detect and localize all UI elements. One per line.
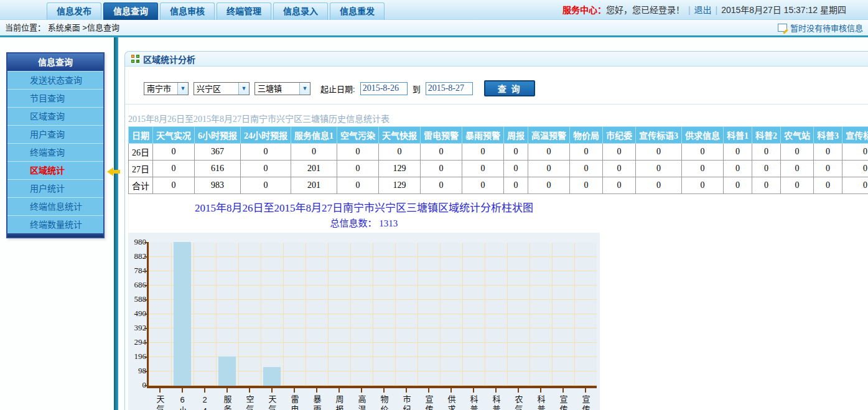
x-axis-slot: 24小时预报: [194, 388, 216, 410]
table-header-cell: 高温预警: [528, 127, 570, 144]
table-cell: 0: [636, 177, 682, 194]
table-header-cell: 科普2: [752, 127, 781, 144]
district-select-value: 兴宁区: [194, 83, 238, 95]
table-cell: 0: [752, 161, 781, 177]
table-cell: 0: [291, 144, 337, 161]
table-header-cell: 日期: [129, 127, 153, 144]
table-header-cell: 天气实况: [153, 127, 195, 144]
table-cell: 0: [379, 144, 421, 161]
nav-tab[interactable]: 信息审核: [160, 2, 215, 20]
nav-tab[interactable]: 终端管理: [217, 2, 271, 20]
x-axis-category-label: 6小时预报: [178, 395, 187, 410]
x-axis-slot: 雷电预警: [283, 388, 306, 410]
x-axis-slot: 天气实况: [149, 388, 171, 410]
x-axis-slot: 科普2: [485, 388, 507, 410]
y-axis-tick: [144, 328, 149, 329]
x-axis-slot: 供求信息: [440, 388, 462, 410]
top-nav-bar: 信息发布信息查询信息审核终端管理信息录入信息重发 服务中心：您好，您已经登录！|…: [0, 0, 868, 20]
nav-tab-label: 信息发布: [57, 6, 91, 16]
table-header-cell: 周报: [504, 127, 528, 144]
x-axis-slot: 科普1: [462, 388, 485, 410]
breadcrumb-label: 当前位置：: [5, 23, 45, 32]
sidebar-item[interactable]: 用户统计: [7, 179, 103, 197]
x-axis-category-label: 天气快报: [268, 395, 277, 410]
logout-link[interactable]: 退出: [694, 5, 712, 15]
table-cell: 0: [724, 177, 752, 194]
city-select[interactable]: 南宁市 ▼: [144, 82, 189, 95]
sidebar-item[interactable]: 终端查询: [7, 143, 103, 161]
x-axis-category-label: 宣传标语3: [424, 395, 434, 410]
table-cell: 0: [682, 144, 724, 161]
sidebar-item[interactable]: 终端信息统计: [7, 197, 103, 215]
sidebar-item[interactable]: 节目查询: [7, 89, 103, 107]
bar-slot: [171, 242, 194, 386]
nav-tab-label: 信息录入: [283, 6, 318, 16]
breadcrumb-current[interactable]: 信息查询: [87, 23, 119, 32]
nav-tab[interactable]: 信息发布: [47, 2, 101, 20]
district-select[interactable]: 兴宁区 ▼: [194, 82, 250, 95]
date-to-input[interactable]: [426, 82, 473, 95]
sidebar-item[interactable]: 区域统计: [7, 161, 103, 179]
table-header-cell: 雷电预警: [421, 127, 462, 144]
chart-subtitle: 总信息数： 1313: [128, 216, 600, 229]
table-header-cell: 宣传标语1: [842, 127, 868, 144]
bar: [174, 242, 191, 386]
date-from-input[interactable]: [360, 82, 408, 95]
sidebar-item[interactable]: 区域查询: [7, 107, 103, 125]
filter-toolbar: 南宁市 ▼ 兴宁区 ▼ 三塘镇 ▼ 起止日期: 到 查 询: [125, 67, 868, 105]
table-cell: 201: [291, 177, 337, 194]
breadcrumb-bar: 当前位置： 系统桌面 >信息查询 暂时没有待审核信息: [0, 20, 868, 35]
separator: |: [716, 5, 718, 15]
table-cell: 0: [337, 161, 379, 177]
table-cell: 0: [814, 177, 842, 194]
table-cell: 0: [421, 144, 462, 161]
sidebar-collapse-arrow-icon[interactable]: [107, 167, 121, 176]
login-greeting: 您好，您已经登录！: [606, 5, 684, 15]
table-cell: 0: [462, 144, 504, 161]
sidebar-item[interactable]: 终端数量统计: [7, 215, 103, 233]
x-axis-category-label: 市纪委: [402, 395, 411, 410]
nav-tab[interactable]: 信息重发: [330, 2, 385, 20]
x-axis-tick: [294, 388, 295, 393]
nav-tab[interactable]: 信息查询: [103, 2, 158, 20]
sidebar-menu: 信息查询 发送状态查询节目查询区域查询用户查询终端查询区域统计用户统计终端信息统…: [6, 52, 105, 238]
nav-tab[interactable]: 信息录入: [273, 2, 328, 20]
x-axis-tick: [182, 388, 183, 393]
table-cell: 0: [504, 177, 528, 194]
table-row: 合计098302010129000000000000001313: [129, 177, 868, 194]
query-button[interactable]: 查 询: [484, 80, 535, 96]
x-axis-slot: 宣传标语2: [574, 388, 597, 410]
table-cell: 0: [814, 144, 842, 161]
table-cell: 0: [570, 177, 603, 194]
x-axis-category-label: 科普2: [492, 395, 501, 410]
table-cell: 616: [195, 161, 241, 177]
y-axis-tick: [144, 299, 149, 301]
x-axis-tick: [159, 388, 161, 393]
x-axis-slot: 物价局: [373, 388, 395, 410]
table-cell: 0: [153, 161, 195, 177]
table-cell: 0: [682, 177, 724, 194]
table-cell: 26日: [129, 144, 153, 161]
table-cell: 0: [153, 177, 195, 194]
table-cell: 0: [724, 144, 752, 161]
x-axis-category-label: 服务信息1: [223, 395, 232, 410]
table-cell: 0: [603, 144, 636, 161]
table-cell: 0: [504, 144, 528, 161]
y-axis-tick: [144, 371, 149, 372]
table-cell: 0: [528, 161, 570, 177]
table-cell: 0: [337, 144, 379, 161]
table-cell: 0: [724, 161, 752, 177]
breadcrumb-root[interactable]: 系统桌面: [48, 23, 80, 32]
x-axis-category-label: 暴雨预警: [312, 395, 322, 410]
audit-notice[interactable]: 暂时没有待审核信息: [778, 20, 863, 35]
x-axis-slot: 暴雨预警: [306, 388, 328, 410]
stats-table-title: 2015年8月26日至2015年8月27日南宁市兴宁区三塘镇历史信息统计表: [128, 112, 868, 124]
x-axis-category-label: 科普3: [536, 395, 546, 410]
town-select[interactable]: 三塘镇 ▼: [254, 82, 310, 95]
sidebar-item[interactable]: 发送状态查询: [7, 71, 103, 89]
chart-title: 2015年8月26日至2015年8月27日南宁市兴宁区三塘镇区域统计分析柱状图: [128, 199, 600, 215]
x-axis-category-label: 天气实况: [156, 395, 165, 410]
table-cell: 0: [603, 161, 636, 177]
sidebar-item[interactable]: 用户查询: [7, 125, 103, 143]
table-cell: 0: [337, 177, 379, 194]
